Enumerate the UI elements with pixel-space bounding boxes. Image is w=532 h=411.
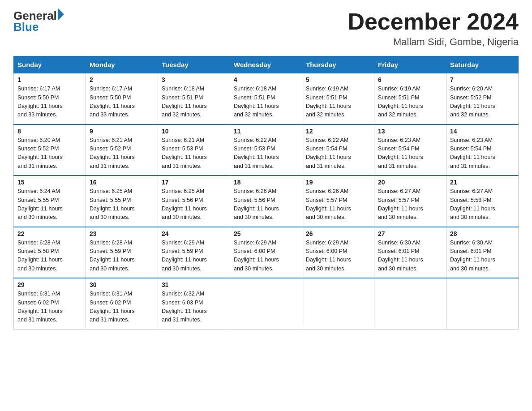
day-info: Sunrise: 6:27 AMSunset: 5:57 PMDaylight:… [378, 188, 423, 220]
day-number: 20 [378, 179, 442, 186]
calendar-day-cell: 26Sunrise: 6:29 AMSunset: 6:00 PMDayligh… [302, 227, 374, 278]
calendar-day-cell: 24Sunrise: 6:29 AMSunset: 5:59 PMDayligh… [158, 227, 230, 278]
calendar-day-cell: 19Sunrise: 6:26 AMSunset: 5:57 PMDayligh… [302, 176, 374, 227]
day-info: Sunrise: 6:18 AMSunset: 5:51 PMDaylight:… [162, 86, 207, 118]
day-info: Sunrise: 6:20 AMSunset: 5:52 PMDaylight:… [17, 137, 63, 169]
day-number: 9 [90, 128, 154, 135]
day-info: Sunrise: 6:17 AMSunset: 5:50 PMDaylight:… [90, 86, 135, 118]
day-info: Sunrise: 6:28 AMSunset: 5:59 PMDaylight:… [90, 240, 135, 272]
calendar-week-row: 8Sunrise: 6:20 AMSunset: 5:52 PMDaylight… [14, 124, 519, 176]
calendar-day-cell: 20Sunrise: 6:27 AMSunset: 5:57 PMDayligh… [374, 176, 446, 227]
calendar-day-cell: 10Sunrise: 6:21 AMSunset: 5:53 PMDayligh… [158, 124, 230, 176]
day-number: 28 [450, 230, 515, 237]
day-number: 29 [17, 281, 82, 288]
weekday-header-friday: Friday [374, 56, 446, 73]
calendar-day-cell [374, 278, 446, 329]
day-number: 14 [450, 128, 515, 135]
day-number: 10 [162, 128, 226, 135]
title-area: December 2024 Mallam Sidi, Gombe, Nigeri… [348, 9, 519, 48]
day-number: 27 [378, 230, 442, 237]
calendar-week-row: 29Sunrise: 6:31 AMSunset: 6:02 PMDayligh… [14, 278, 519, 329]
page-header: General Blue December 2024 Mallam Sidi, … [13, 9, 519, 48]
day-info: Sunrise: 6:19 AMSunset: 5:51 PMDaylight:… [378, 86, 423, 118]
calendar-day-cell: 28Sunrise: 6:30 AMSunset: 6:01 PMDayligh… [446, 227, 519, 278]
day-info: Sunrise: 6:25 AMSunset: 5:55 PMDaylight:… [90, 188, 135, 220]
calendar-day-cell [302, 278, 374, 329]
calendar-day-cell: 22Sunrise: 6:28 AMSunset: 5:58 PMDayligh… [14, 227, 86, 278]
day-info: Sunrise: 6:29 AMSunset: 6:00 PMDaylight:… [234, 240, 279, 272]
day-number: 19 [306, 179, 370, 186]
day-number: 15 [17, 179, 82, 186]
day-info: Sunrise: 6:18 AMSunset: 5:51 PMDaylight:… [234, 86, 279, 118]
calendar-day-cell: 16Sunrise: 6:25 AMSunset: 5:55 PMDayligh… [86, 176, 158, 227]
day-number: 30 [90, 281, 154, 288]
day-number: 4 [234, 76, 298, 83]
day-number: 6 [378, 76, 442, 83]
calendar-day-cell: 21Sunrise: 6:27 AMSunset: 5:58 PMDayligh… [446, 176, 519, 227]
day-info: Sunrise: 6:27 AMSunset: 5:58 PMDaylight:… [450, 188, 495, 220]
calendar-day-cell: 9Sunrise: 6:21 AMSunset: 5:52 PMDaylight… [86, 124, 158, 176]
day-info: Sunrise: 6:26 AMSunset: 5:57 PMDaylight:… [306, 188, 351, 220]
logo-text-blue: Blue [13, 20, 39, 34]
day-number: 17 [162, 179, 226, 186]
day-number: 23 [90, 230, 154, 237]
day-number: 11 [234, 128, 298, 135]
calendar-day-cell: 15Sunrise: 6:24 AMSunset: 5:55 PMDayligh… [14, 176, 86, 227]
day-number: 13 [378, 128, 442, 135]
calendar-day-cell: 17Sunrise: 6:25 AMSunset: 5:56 PMDayligh… [158, 176, 230, 227]
day-info: Sunrise: 6:29 AMSunset: 6:00 PMDaylight:… [306, 240, 351, 272]
day-number: 24 [162, 230, 226, 237]
day-info: Sunrise: 6:24 AMSunset: 5:55 PMDaylight:… [17, 188, 63, 220]
calendar-day-cell: 25Sunrise: 6:29 AMSunset: 6:00 PMDayligh… [230, 227, 302, 278]
calendar-day-cell: 30Sunrise: 6:31 AMSunset: 6:02 PMDayligh… [86, 278, 158, 329]
calendar-day-cell [230, 278, 302, 329]
day-info: Sunrise: 6:22 AMSunset: 5:53 PMDaylight:… [234, 137, 279, 169]
day-info: Sunrise: 6:26 AMSunset: 5:56 PMDaylight:… [234, 188, 279, 220]
calendar-day-cell: 6Sunrise: 6:19 AMSunset: 5:51 PMDaylight… [374, 73, 446, 124]
weekday-header-wednesday: Wednesday [230, 56, 302, 73]
day-number: 16 [90, 179, 154, 186]
logo: General Blue [13, 9, 64, 34]
day-number: 22 [17, 230, 82, 237]
day-number: 31 [162, 281, 226, 288]
calendar-day-cell: 2Sunrise: 6:17 AMSunset: 5:50 PMDaylight… [86, 73, 158, 124]
calendar-subtitle: Mallam Sidi, Gombe, Nigeria [348, 36, 519, 48]
calendar-day-cell: 23Sunrise: 6:28 AMSunset: 5:59 PMDayligh… [86, 227, 158, 278]
calendar-table: SundayMondayTuesdayWednesdayThursdayFrid… [13, 56, 519, 330]
day-number: 26 [306, 230, 370, 237]
calendar-week-row: 15Sunrise: 6:24 AMSunset: 5:55 PMDayligh… [14, 176, 519, 227]
weekday-header-tuesday: Tuesday [158, 56, 230, 73]
weekday-header-sunday: Sunday [14, 56, 86, 73]
calendar-day-cell: 7Sunrise: 6:20 AMSunset: 5:52 PMDaylight… [446, 73, 519, 124]
day-number: 25 [234, 230, 298, 237]
day-number: 7 [450, 76, 515, 83]
calendar-week-row: 1Sunrise: 6:17 AMSunset: 5:50 PMDaylight… [14, 73, 519, 124]
day-number: 18 [234, 179, 298, 186]
weekday-header-row: SundayMondayTuesdayWednesdayThursdayFrid… [14, 56, 519, 73]
day-info: Sunrise: 6:19 AMSunset: 5:51 PMDaylight:… [306, 86, 351, 118]
day-info: Sunrise: 6:20 AMSunset: 5:52 PMDaylight:… [450, 86, 495, 118]
day-info: Sunrise: 6:30 AMSunset: 6:01 PMDaylight:… [450, 240, 495, 272]
weekday-header-thursday: Thursday [302, 56, 374, 73]
calendar-day-cell: 27Sunrise: 6:30 AMSunset: 6:01 PMDayligh… [374, 227, 446, 278]
day-info: Sunrise: 6:31 AMSunset: 6:02 PMDaylight:… [90, 291, 135, 323]
day-info: Sunrise: 6:23 AMSunset: 5:54 PMDaylight:… [378, 137, 423, 169]
day-info: Sunrise: 6:22 AMSunset: 5:54 PMDaylight:… [306, 137, 351, 169]
day-info: Sunrise: 6:28 AMSunset: 5:58 PMDaylight:… [17, 240, 63, 272]
calendar-day-cell: 4Sunrise: 6:18 AMSunset: 5:51 PMDaylight… [230, 73, 302, 124]
calendar-week-row: 22Sunrise: 6:28 AMSunset: 5:58 PMDayligh… [14, 227, 519, 278]
calendar-day-cell: 18Sunrise: 6:26 AMSunset: 5:56 PMDayligh… [230, 176, 302, 227]
day-info: Sunrise: 6:29 AMSunset: 5:59 PMDaylight:… [162, 240, 207, 272]
day-number: 21 [450, 179, 515, 186]
calendar-day-cell: 3Sunrise: 6:18 AMSunset: 5:51 PMDaylight… [158, 73, 230, 124]
calendar-day-cell: 8Sunrise: 6:20 AMSunset: 5:52 PMDaylight… [14, 124, 86, 176]
calendar-title: December 2024 [348, 9, 519, 34]
calendar-day-cell: 11Sunrise: 6:22 AMSunset: 5:53 PMDayligh… [230, 124, 302, 176]
calendar-day-cell [446, 278, 519, 329]
calendar-day-cell: 5Sunrise: 6:19 AMSunset: 5:51 PMDaylight… [302, 73, 374, 124]
calendar-day-cell: 1Sunrise: 6:17 AMSunset: 5:50 PMDaylight… [14, 73, 86, 124]
day-info: Sunrise: 6:21 AMSunset: 5:53 PMDaylight:… [162, 137, 207, 169]
day-number: 8 [17, 128, 82, 135]
calendar-day-cell: 29Sunrise: 6:31 AMSunset: 6:02 PMDayligh… [14, 278, 86, 329]
day-info: Sunrise: 6:32 AMSunset: 6:03 PMDaylight:… [162, 291, 207, 323]
